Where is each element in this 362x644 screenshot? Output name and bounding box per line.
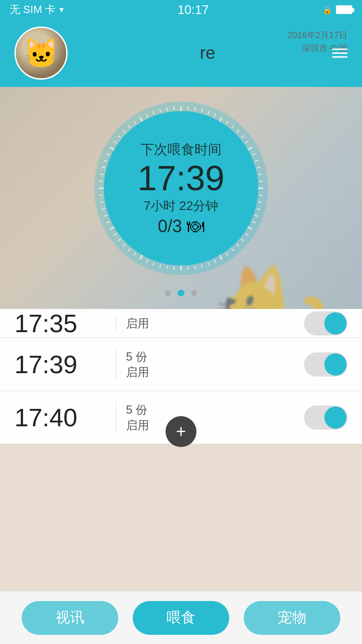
svg-line-53 — [99, 195, 103, 196]
svg-line-17 — [259, 181, 263, 182]
toggle-knob-1 — [324, 353, 347, 376]
page-dot-1[interactable] — [165, 290, 171, 296]
svg-line-44 — [128, 249, 130, 251]
timer-countdown: 7小时 22分钟 — [144, 197, 219, 214]
schedule-time-0: 17:35 — [14, 309, 111, 338]
nav-btn-pet[interactable]: 宠物 — [244, 601, 340, 635]
toggle-0[interactable] — [304, 311, 348, 336]
svg-line-43 — [134, 253, 136, 256]
svg-line-26 — [241, 239, 244, 241]
menu-icon[interactable] — [332, 49, 348, 58]
page-dot-3[interactable] — [191, 290, 197, 296]
svg-line-14 — [255, 160, 258, 161]
svg-line-9 — [237, 130, 239, 133]
svg-line-33 — [201, 264, 202, 267]
svg-line-49 — [107, 222, 110, 223]
schedule-time-1: 17:39 — [14, 350, 111, 379]
svg-line-13 — [252, 154, 255, 155]
svg-line-23 — [252, 222, 255, 223]
svg-line-1 — [188, 107, 188, 110]
main-content: 🐈 下次喂食时间 17:39 7小时 22分钟 0/3 🍽 — [0, 87, 362, 644]
svg-line-59 — [107, 154, 110, 155]
svg-line-69 — [160, 109, 161, 112]
svg-line-58 — [104, 160, 107, 161]
svg-line-40 — [153, 262, 154, 266]
status-bar: 无 SIM 卡 ▾ 10:17 🔒 — [0, 0, 362, 19]
menu-line-2 — [332, 53, 348, 54]
svg-line-67 — [146, 114, 148, 117]
schedule-time-2: 17:40 — [14, 403, 111, 432]
svg-line-38 — [167, 266, 167, 269]
svg-line-2 — [195, 108, 195, 111]
battery-icon — [336, 5, 352, 14]
svg-line-20 — [259, 202, 262, 202]
add-plus-icon: + — [176, 423, 186, 440]
svg-line-34 — [195, 266, 195, 269]
svg-line-65 — [134, 121, 136, 124]
svg-line-10 — [241, 136, 244, 138]
svg-line-39 — [160, 264, 161, 267]
lock-icon: 🔒 — [322, 5, 332, 14]
svg-line-50 — [104, 215, 107, 216]
svg-line-62 — [118, 136, 121, 138]
svg-line-47 — [114, 233, 117, 235]
toggle-2[interactable] — [304, 406, 348, 430]
schedule-details-2: 5 份 启用 — [116, 402, 304, 433]
status-left: 无 SIM 卡 ▾ — [10, 2, 64, 17]
svg-line-11 — [246, 141, 249, 143]
svg-line-68 — [153, 111, 154, 114]
schedule-item-0[interactable]: 17:35 启用 — [0, 309, 362, 338]
nav-btn-feed[interactable]: 喂食 — [133, 601, 229, 635]
schedule-details-1: 5 份 启用 — [116, 349, 304, 380]
svg-line-70 — [167, 108, 167, 111]
schedule-portion-1: 5 份 — [126, 349, 304, 364]
svg-line-15 — [257, 167, 260, 168]
svg-line-35 — [188, 266, 188, 270]
svg-line-63 — [123, 130, 125, 133]
toggle-knob-0 — [324, 312, 347, 335]
svg-line-25 — [246, 233, 249, 235]
svg-line-41 — [146, 260, 148, 263]
avatar-image — [16, 28, 66, 78]
svg-line-56 — [100, 174, 104, 174]
page-indicator — [165, 290, 197, 296]
add-schedule-button[interactable]: + — [166, 416, 196, 447]
nav-label-pet: 宠物 — [278, 608, 306, 628]
nav-btn-video[interactable]: 视讯 — [22, 601, 118, 635]
svg-line-16 — [259, 174, 262, 174]
timer-widget: 下次喂食时间 17:39 7小时 22分钟 0/3 🍽 — [94, 101, 268, 275]
menu-line-1 — [332, 49, 348, 50]
schedule-item-1[interactable]: 17:39 5 份 启用 — [0, 338, 362, 391]
timer-outer-ring: 下次喂食时间 17:39 7小时 22分钟 0/3 🍽 — [94, 101, 268, 275]
svg-line-21 — [257, 209, 260, 210]
svg-line-61 — [114, 141, 117, 143]
schedule-details-0: 启用 — [116, 316, 304, 331]
toggle-knob-2 — [324, 406, 347, 429]
svg-line-29 — [226, 253, 228, 256]
header-date: 2016年2月17日 — [288, 29, 348, 42]
page-dot-2[interactable] — [178, 290, 184, 296]
svg-line-46 — [118, 239, 121, 241]
svg-line-71 — [174, 107, 174, 110]
schedule-status-0: 启用 — [126, 316, 304, 331]
schedule-status-1: 启用 — [126, 364, 304, 380]
svg-line-8 — [232, 126, 234, 128]
add-button-row: + — [166, 416, 196, 447]
schedule-portion-2: 5 份 — [126, 402, 304, 418]
svg-line-57 — [102, 167, 105, 168]
carrier-text: 无 SIM 卡 — [10, 2, 56, 17]
timer-meal-count-row: 0/3 🍽 — [158, 216, 204, 237]
timer-label: 下次喂食时间 — [140, 140, 222, 159]
menu-line-3 — [332, 56, 348, 58]
svg-line-55 — [99, 181, 103, 182]
header: re 2016年2月17日 深圳市·中国 — [0, 19, 362, 87]
svg-line-7 — [226, 121, 228, 124]
status-time: 10:17 — [178, 2, 209, 17]
toggle-1[interactable] — [304, 352, 348, 377]
status-right: 🔒 — [322, 5, 352, 14]
svg-line-31 — [214, 260, 216, 263]
svg-line-27 — [237, 244, 239, 246]
svg-line-52 — [100, 202, 104, 202]
svg-line-19 — [259, 195, 263, 196]
schedule-status-2: 启用 — [126, 418, 304, 433]
